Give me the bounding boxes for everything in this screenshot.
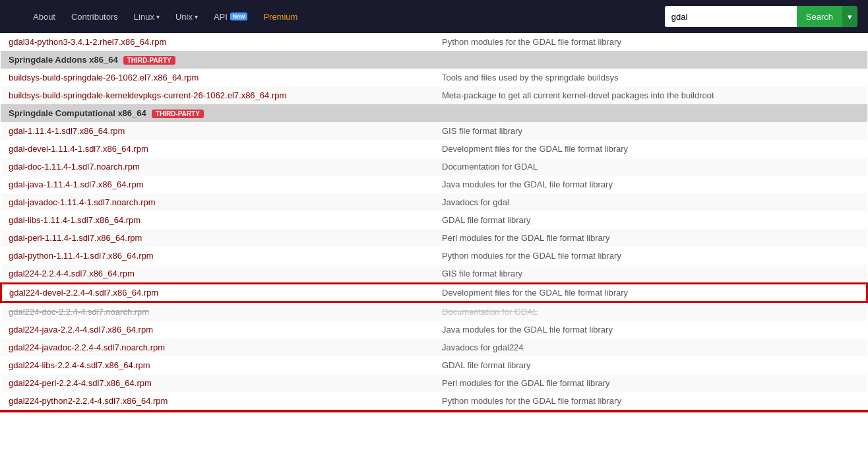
- package-description: Javadocs for gdal: [434, 193, 867, 211]
- search-area: Search ▾: [665, 6, 857, 27]
- package-name-cell: gdal224-devel-2.2.4-4.sdl7.x86_64.rpm: [1, 283, 434, 302]
- bottom-border: [0, 410, 868, 412]
- search-button[interactable]: Search: [797, 6, 842, 27]
- package-link[interactable]: gdal224-java-2.2.4-4.sdl7.x86_64.rpm: [9, 325, 153, 335]
- package-description: GDAL file format library: [434, 211, 867, 229]
- section-header: Springdale Computational x86_64Third-Par…: [1, 104, 867, 122]
- package-description: Development files for the GDAL file form…: [434, 140, 867, 158]
- main-content: gdal34-python3-3.4.1-2.rhel7.x86_64.rpmP…: [0, 33, 868, 410]
- package-link[interactable]: gdal-javadoc-1.11.4-1.sdl7.noarch.rpm: [9, 197, 156, 207]
- package-name-cell: gdal-1.11.4-1.sdl7.x86_64.rpm: [1, 122, 434, 140]
- package-link[interactable]: gdal-perl-1.11.4-1.sdl7.x86_64.rpm: [9, 233, 142, 243]
- package-description: Documentation for GDAL: [434, 302, 867, 321]
- package-name-cell: gdal224-java-2.2.4-4.sdl7.x86_64.rpm: [1, 321, 434, 339]
- package-name-cell: gdal-javadoc-1.11.4-1.sdl7.noarch.rpm: [1, 193, 434, 211]
- package-name-cell: gdal224-doc-2.2.4-4.sdl7.noarch.rpm: [1, 302, 434, 321]
- nav-premium[interactable]: Premium: [257, 8, 304, 26]
- package-link[interactable]: gdal-devel-1.11.4-1.sdl7.x86_64.rpm: [9, 144, 148, 154]
- package-description: Documentation for GDAL: [434, 158, 867, 176]
- package-name-cell: gdal224-libs-2.2.4-4.sdl7.x86_64.rpm: [1, 356, 434, 374]
- nav-linux[interactable]: Linux: [127, 8, 166, 26]
- package-name-cell: gdal224-2.2.4-4.sdl7.x86_64.rpm: [1, 265, 434, 283]
- main-nav: About Contributors Linux Unix API New Pr…: [26, 8, 304, 26]
- packages-table: gdal34-python3-3.4.1-2.rhel7.x86_64.rpmP…: [0, 33, 868, 410]
- package-name-cell: buildsys-build-springdale-26-1062.el7.x8…: [1, 69, 434, 86]
- nav-about[interactable]: About: [26, 8, 62, 26]
- package-link[interactable]: buildsys-build-springdale-kerneldevpkgs-…: [9, 90, 286, 100]
- package-name-cell: gdal-perl-1.11.4-1.sdl7.x86_64.rpm: [1, 229, 434, 247]
- package-link[interactable]: gdal224-javadoc-2.2.4-4.sdl7.noarch.rpm: [9, 342, 165, 352]
- package-link[interactable]: gdal-python-1.11.4-1.sdl7.x86_64.rpm: [9, 251, 154, 261]
- package-description: GDAL file format library: [434, 356, 867, 374]
- package-link[interactable]: gdal224-python2-2.2.4-4.sdl7.x86_64.rpm: [9, 396, 168, 406]
- package-name-cell: gdal-java-1.11.4-1.sdl7.x86_64.rpm: [1, 176, 434, 193]
- package-link[interactable]: gdal224-2.2.4-4.sdl7.x86_64.rpm: [9, 269, 135, 278]
- package-name-cell: gdal224-perl-2.2.4-4.sdl7.x86_64.rpm: [1, 374, 434, 392]
- nav-unix[interactable]: Unix: [169, 8, 204, 26]
- package-link[interactable]: gdal-1.11.4-1.sdl7.x86_64.rpm: [9, 126, 125, 136]
- package-description: Java modules for the GDAL file format li…: [434, 321, 867, 339]
- package-link[interactable]: gdal-doc-1.11.4-1.sdl7.noarch.rpm: [9, 162, 140, 172]
- third-party-badge: Third-Party: [123, 56, 175, 65]
- main-header: About Contributors Linux Unix API New Pr…: [0, 0, 868, 33]
- package-name-cell: gdal224-javadoc-2.2.4-4.sdl7.noarch.rpm: [1, 339, 434, 356]
- package-name-cell: gdal-devel-1.11.4-1.sdl7.x86_64.rpm: [1, 140, 434, 158]
- package-name-cell: gdal-doc-1.11.4-1.sdl7.noarch.rpm: [1, 158, 434, 176]
- package-link[interactable]: gdal224-doc-2.2.4-4.sdl7.noarch.rpm: [9, 307, 149, 317]
- section-header: Springdale Addons x86_64Third-Party: [1, 51, 867, 69]
- package-description: GIS file format library: [434, 265, 867, 283]
- package-description: Java modules for the GDAL file format li…: [434, 176, 867, 193]
- package-link[interactable]: buildsys-build-springdale-26-1062.el7.x8…: [9, 73, 199, 82]
- search-input[interactable]: [665, 6, 797, 27]
- nav-contributors[interactable]: Contributors: [65, 8, 125, 26]
- third-party-badge: Third-Party: [152, 110, 204, 118]
- package-description: Python modules for the GDAL file format …: [434, 247, 867, 265]
- package-link[interactable]: gdal224-devel-2.2.4-4.sdl7.x86_64.rpm: [9, 288, 158, 298]
- package-name-cell: gdal-python-1.11.4-1.sdl7.x86_64.rpm: [1, 247, 434, 265]
- package-description: GIS file format library: [434, 122, 867, 140]
- package-description: Perl modules for the GDAL file format li…: [434, 374, 867, 392]
- package-description: Javadocs for gdal224: [434, 339, 867, 356]
- package-link[interactable]: gdal-java-1.11.4-1.sdl7.x86_64.rpm: [9, 179, 144, 189]
- package-name-cell: gdal-libs-1.11.4-1.sdl7.x86_64.rpm: [1, 211, 434, 229]
- package-name-cell: gdal34-python3-3.4.1-2.rhel7.x86_64.rpm: [1, 33, 434, 51]
- package-description: Python modules for the GDAL file format …: [434, 392, 867, 410]
- new-badge: New: [230, 13, 248, 20]
- package-link[interactable]: gdal-libs-1.11.4-1.sdl7.x86_64.rpm: [9, 215, 140, 225]
- nav-api[interactable]: API New: [207, 8, 254, 26]
- package-link[interactable]: gdal224-libs-2.2.4-4.sdl7.x86_64.rpm: [9, 360, 150, 370]
- package-name-cell: buildsys-build-springdale-kerneldevpkgs-…: [1, 86, 434, 104]
- package-description: Tools and files used by the springdale b…: [434, 69, 867, 86]
- package-link[interactable]: gdal224-perl-2.2.4-4.sdl7.x86_64.rpm: [9, 378, 152, 388]
- section-title: Springdale Computational x86_64: [9, 108, 146, 118]
- package-description: Development files for the GDAL file form…: [434, 283, 867, 302]
- search-dropdown-button[interactable]: ▾: [842, 6, 857, 27]
- package-description: Python modules for the GDAL file format …: [434, 33, 867, 51]
- package-name-cell: gdal224-python2-2.2.4-4.sdl7.x86_64.rpm: [1, 392, 434, 410]
- package-description: Meta-package to get all current kernel-d…: [434, 86, 867, 104]
- package-link[interactable]: gdal34-python3-3.4.1-2.rhel7.x86_64.rpm: [9, 37, 166, 47]
- section-title: Springdale Addons x86_64: [9, 55, 118, 65]
- package-description: Perl modules for the GDAL file format li…: [434, 229, 867, 247]
